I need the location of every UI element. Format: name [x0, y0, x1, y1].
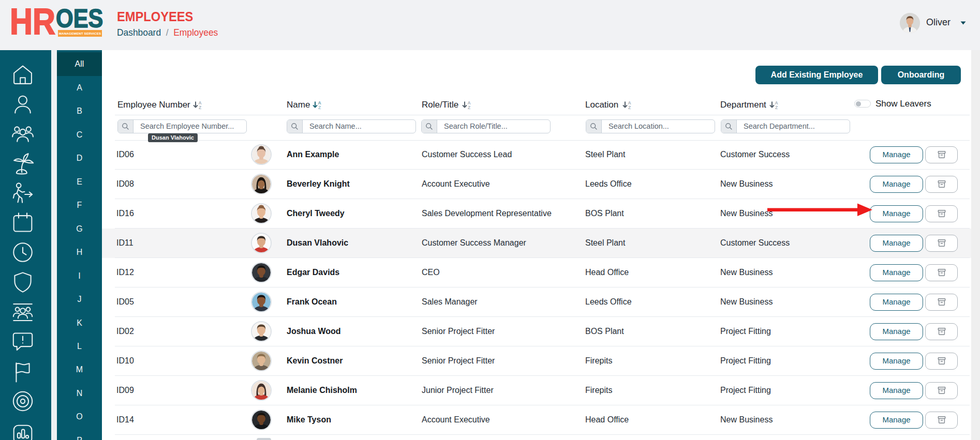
- svg-text:Z: Z: [318, 105, 321, 110]
- svg-text:Z: Z: [199, 105, 201, 110]
- svg-text:Z: Z: [468, 105, 470, 110]
- svg-text:Z: Z: [628, 105, 631, 110]
- svg-text:Z: Z: [775, 105, 778, 110]
